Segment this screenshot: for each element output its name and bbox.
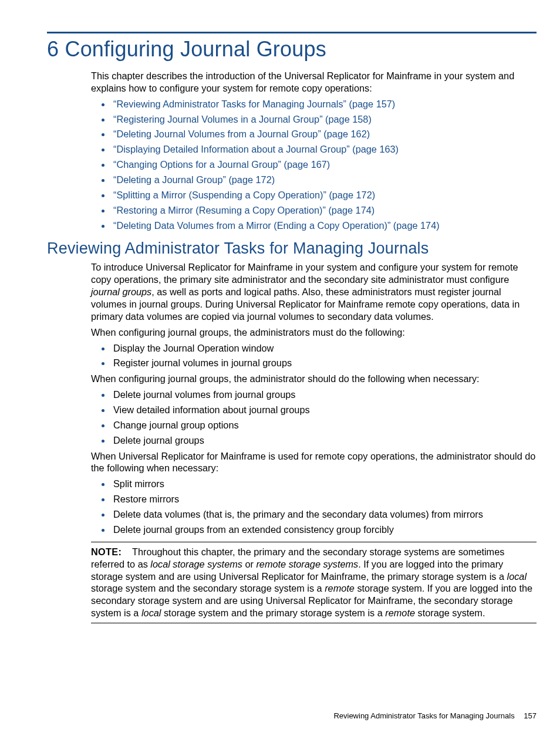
- note-box: NOTE: Throughout this chapter, the prima…: [91, 542, 537, 623]
- toc-item: “Displaying Detailed Information about a…: [111, 143, 537, 156]
- toc-item: “Reviewing Administrator Tasks for Manag…: [111, 98, 537, 110]
- toc-link[interactable]: “Deleting a Journal Group” (page 172): [113, 174, 275, 185]
- toc-link[interactable]: “Displaying Detailed Information about a…: [113, 144, 399, 154]
- toc-link[interactable]: “Registering Journal Volumes in a Journa…: [113, 114, 372, 124]
- emphasis: remote storage systems: [256, 559, 358, 569]
- list-item: View detailed information about journal …: [111, 404, 537, 416]
- text: , as well as ports and logical paths. Al…: [91, 286, 519, 322]
- list-item: Display the Journal Operation window: [111, 342, 537, 355]
- section-para-4: When Universal Replicator for Mainframe …: [91, 450, 537, 475]
- must-do-list: Display the Journal Operation window Reg…: [91, 342, 537, 370]
- toc-item: “Deleting Data Volumes from a Mirror (En…: [111, 220, 537, 232]
- emphasis: local: [141, 607, 161, 618]
- note-text: NOTE: Throughout this chapter, the prima…: [91, 546, 537, 619]
- list-item: Split mirrors: [111, 478, 537, 490]
- chapter-title: 6 Configuring Journal Groups: [47, 37, 537, 62]
- section-body: To introduce Universal Replicator for Ma…: [91, 261, 537, 623]
- toc-item: “Deleting a Journal Group” (page 172): [111, 174, 537, 186]
- section-title: Reviewing Administrator Tasks for Managi…: [47, 239, 537, 258]
- toc-item: “Registering Journal Volumes in a Journa…: [111, 113, 537, 126]
- emphasis: remote: [325, 583, 355, 593]
- chapter-toc-list: “Reviewing Administrator Tasks for Manag…: [91, 98, 537, 232]
- list-item: Delete journal volumes from journal grou…: [111, 389, 537, 401]
- emphasis: remote: [385, 607, 415, 618]
- list-item: Delete journal groups: [111, 434, 537, 447]
- top-rule: [47, 32, 537, 33]
- chapter-intro-block: This chapter describes the introduction …: [91, 70, 537, 231]
- ops-list: Split mirrors Restore mirrors Delete dat…: [91, 478, 537, 535]
- emphasis: local storage systems: [150, 559, 242, 569]
- note-label: NOTE:: [91, 546, 122, 557]
- list-item: Restore mirrors: [111, 493, 537, 505]
- page-footer: Reviewing Administrator Tasks for Managi…: [333, 711, 537, 720]
- page-number: 157: [524, 711, 537, 720]
- list-item: Register journal volumes in journal grou…: [111, 357, 537, 369]
- list-item: Change journal group options: [111, 419, 537, 431]
- text: or: [242, 559, 257, 569]
- text: To introduce Universal Replicator for Ma…: [91, 262, 518, 285]
- chapter-intro: This chapter describes the introduction …: [91, 70, 537, 94]
- section-para-3: When configuring journal groups, the adm…: [91, 373, 537, 385]
- section-para-2: When configuring journal groups, the adm…: [91, 326, 537, 339]
- emphasis: local: [507, 571, 527, 582]
- text: storage system and the primary storage s…: [161, 607, 385, 618]
- toc-item: “Deleting Journal Volumes from a Journal…: [111, 128, 537, 140]
- list-item: Delete data volumes (that is, the primar…: [111, 508, 537, 521]
- list-item: Delete journal groups from an extended c…: [111, 524, 537, 536]
- toc-link[interactable]: “Reviewing Administrator Tasks for Manag…: [113, 99, 395, 109]
- text: storage system.: [415, 607, 485, 618]
- toc-link[interactable]: “Deleting Journal Volumes from a Journal…: [113, 129, 370, 139]
- toc-link[interactable]: “Deleting Data Volumes from a Mirror (En…: [113, 220, 440, 231]
- toc-item: “Restoring a Mirror (Resuming a Copy Ope…: [111, 204, 537, 217]
- page: 6 Configuring Journal Groups This chapte…: [0, 0, 560, 746]
- footer-title: Reviewing Administrator Tasks for Managi…: [333, 711, 514, 720]
- text: storage system and the secondary storage…: [91, 583, 325, 593]
- toc-item: “Changing Options for a Journal Group” (…: [111, 158, 537, 171]
- toc-item: “Splitting a Mirror (Suspending a Copy O…: [111, 189, 537, 201]
- section-para-1: To introduce Universal Replicator for Ma…: [91, 261, 537, 322]
- should-do-list: Delete journal volumes from journal grou…: [91, 389, 537, 446]
- emphasis: journal groups: [91, 286, 151, 297]
- toc-link[interactable]: “Changing Options for a Journal Group” (…: [113, 159, 330, 170]
- toc-link[interactable]: “Splitting a Mirror (Suspending a Copy O…: [113, 190, 375, 200]
- toc-link[interactable]: “Restoring a Mirror (Resuming a Copy Ope…: [113, 205, 375, 215]
- chapter-title-text: Configuring Journal Groups: [65, 37, 326, 61]
- chapter-number: 6: [47, 37, 59, 61]
